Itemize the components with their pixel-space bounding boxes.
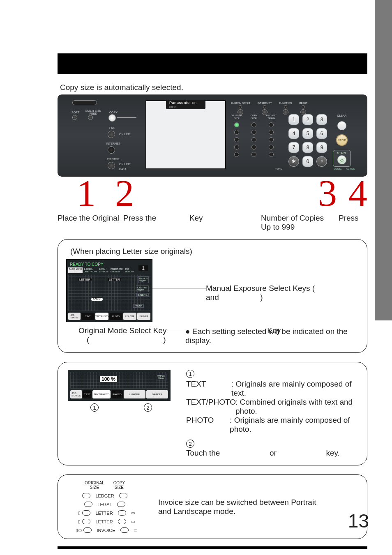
copy-size-hdr: COPY SIZE	[250, 114, 257, 120]
step-numbers: 1 2 3 4	[58, 174, 367, 212]
copy-invoice[interactable]	[120, 527, 129, 533]
step-4-num: 4	[348, 174, 367, 212]
k-photo: PHOTO	[186, 416, 230, 434]
landscape-icon-2: ▭	[131, 519, 135, 524]
key-2[interactable]: 2	[302, 114, 313, 125]
copy-led-5	[251, 152, 256, 157]
key-3[interactable]: 3	[316, 114, 327, 125]
key-1[interactable]: 1	[288, 114, 299, 125]
output-tray: OUTPUT TRAY	[136, 286, 149, 292]
copy-legal[interactable]	[117, 502, 125, 507]
reset[interactable]: RESET	[299, 102, 307, 115]
internet-selector[interactable]	[108, 146, 115, 154]
bb2-lighter: LIGHTER	[124, 390, 145, 398]
lcd-screenshot-2: 100 % PAPER TRAY JOB STATUS TEXT TEXT/PH…	[68, 370, 171, 401]
letter-dst: LETTER	[108, 278, 121, 281]
function-label: FUNCTION	[279, 102, 292, 104]
landscape-icon-3: ▭	[134, 528, 137, 532]
touch-screen[interactable]: Panasonic DP-6030	[145, 100, 226, 169]
pct: 100 %	[91, 298, 103, 301]
copy-letter-l[interactable]	[118, 519, 126, 524]
copy-led-3	[251, 137, 256, 142]
key-6[interactable]: 6	[316, 128, 327, 139]
interrupt[interactable]: INTERRUPT	[258, 102, 272, 115]
orig-letter-p[interactable]	[82, 510, 90, 516]
fax-label: FAX	[109, 127, 115, 129]
lcd2-wrap: 100 % PAPER TRAY JOB STATUS TEXT TEXT/PH…	[68, 370, 175, 412]
portrait-icon-3: ▯▭	[76, 528, 82, 532]
step-captions: Place the Original Press the Key Number …	[58, 214, 367, 232]
header-black-bar	[58, 53, 367, 74]
box1-title: (When placing Letter size originals)	[70, 247, 359, 256]
start-label: START	[337, 152, 346, 154]
start-button[interactable]: ◇	[337, 155, 346, 164]
recall-hdr: RECALL/ TRAIN	[266, 114, 276, 120]
def-circ-1: 1	[186, 370, 194, 378]
key-4[interactable]: 4	[288, 128, 299, 139]
bb-photo: PHOTO	[109, 313, 122, 320]
each-setting-line: ● Each setting selected will be indicate…	[185, 327, 367, 345]
key-5[interactable]: 5	[302, 128, 313, 139]
key-7[interactable]: 7	[288, 142, 299, 153]
orig-led-5	[234, 152, 239, 157]
bb2-darker: DARKER	[146, 390, 168, 398]
reset-led	[302, 105, 305, 108]
misc-led-5	[269, 152, 274, 157]
active-label: ACTIVE	[346, 168, 355, 170]
bb-darker: DARKER	[137, 313, 150, 320]
l-end: )	[260, 293, 263, 302]
d-photo: : Originals are mainly composed of photo…	[230, 416, 357, 434]
def-circ-2: 2	[186, 440, 194, 448]
multisize-button[interactable]	[88, 115, 93, 120]
orig-led-4	[234, 145, 239, 150]
key-0[interactable]: 0	[302, 156, 313, 167]
panel-left-cluster: SORT MULTI-SIZE FEED COPY FAX ON LINE IN…	[64, 98, 142, 172]
interrupt-led	[263, 105, 266, 108]
sort-button[interactable]	[72, 115, 77, 120]
energy-saver[interactable]: ENERGY SAVER	[231, 102, 250, 115]
paren-r: )	[163, 335, 166, 344]
paper-tray-2: PAPER TRAY	[156, 374, 166, 380]
orig-ledger[interactable]	[82, 493, 90, 498]
lcd-screenshot-1: READY TO COPY 1 BASIC MENU 2-SIDED / ORI…	[66, 259, 152, 322]
bb-textphoto: TEXT/PHOTO	[95, 313, 108, 320]
key-star[interactable]: ✱	[288, 156, 299, 167]
clear-button[interactable]	[337, 121, 346, 130]
cap-2: Press the Key	[123, 214, 247, 232]
copy-letter-p[interactable]	[118, 510, 126, 516]
d-tp: : Combined originals with text and photo…	[235, 398, 357, 416]
stop-button[interactable]: STOP	[336, 134, 348, 146]
orig-legal[interactable]	[84, 502, 92, 507]
circle-labels: 1 2	[68, 403, 175, 412]
bb2-job: JOB STATUS	[70, 390, 82, 398]
circ-1: 1	[90, 403, 99, 412]
stop-text: STOP	[337, 138, 346, 142]
orig-led-2	[234, 130, 239, 135]
panel-right-cluster: ENERGY SAVER INTERRUPT FUNCTION RES	[229, 98, 361, 172]
fax-selector[interactable]	[108, 131, 115, 138]
misc-led-3	[269, 137, 274, 142]
or-word: or	[270, 449, 277, 457]
function-led	[284, 105, 287, 108]
printer-selector[interactable]	[108, 162, 115, 169]
card-slot	[72, 100, 97, 105]
function[interactable]: FUNCTION	[279, 102, 292, 115]
side-buttons: CLEAR STOP START ◇	[333, 114, 351, 167]
orig-invoice[interactable]	[83, 527, 92, 533]
lcd-grid: LETTER LETTER PAPER TRAY OUTPUT TRAY INN…	[68, 275, 150, 311]
misc-led-2	[269, 130, 274, 135]
bb-lighter: LIGHTER	[123, 313, 136, 320]
touch-word: Touch the	[186, 449, 220, 457]
k-tp: TEXT/PHOTO	[186, 398, 235, 416]
lbl-letter-1: LETTER	[95, 511, 113, 516]
copy-leader	[117, 117, 136, 118]
orig-letter-l[interactable]	[82, 519, 90, 524]
key-hash[interactable]: ♯	[316, 156, 327, 167]
key-9[interactable]: 9	[316, 142, 327, 153]
key-8[interactable]: 8	[302, 142, 313, 153]
right-margin-tab	[375, 0, 392, 320]
copy-selector[interactable]	[108, 114, 116, 122]
lbl-invoice: INVOICE	[97, 528, 115, 533]
copy-ledger[interactable]	[119, 493, 127, 498]
cap-2a: Press the	[123, 214, 156, 222]
